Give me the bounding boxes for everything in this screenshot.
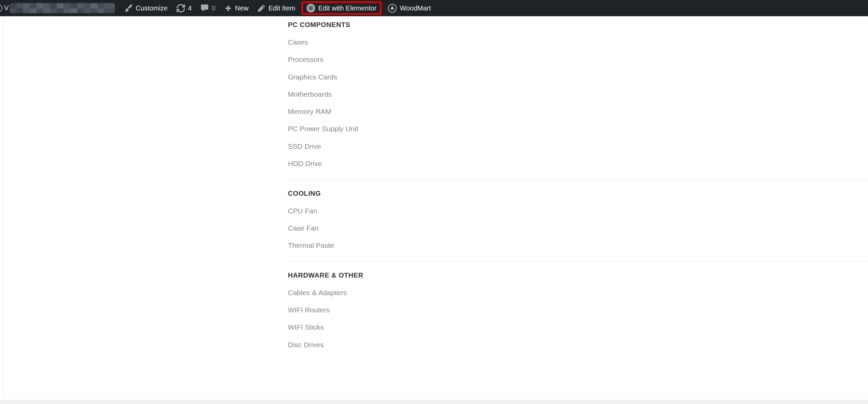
edit-with-elementor-label: Edit with Elementor [318, 4, 376, 12]
section-divider [288, 261, 868, 261]
category-link[interactable]: WIFI Sticks [288, 319, 868, 336]
comments-menu-item[interactable]: 0 [196, 0, 220, 16]
category-link[interactable]: Memory RAM [288, 103, 868, 120]
category-link[interactable]: PC Power Supply Unit [288, 120, 868, 138]
pencil-icon [257, 4, 266, 12]
category-link[interactable]: HDD Drive [288, 155, 868, 172]
comment-bubble-icon [201, 4, 209, 12]
category-section-title[interactable]: COOLING [288, 185, 868, 202]
section-divider [288, 179, 868, 180]
site-name-initial: V [4, 4, 9, 12]
woodmart-label: WoodMart [400, 4, 431, 12]
category-link[interactable]: Cables & Adapters [288, 284, 868, 301]
elementor-icon [306, 4, 315, 13]
red-highlight-annotation: Edit with Elementor [301, 1, 382, 15]
category-link[interactable]: Cases [288, 33, 868, 51]
category-list-panel: PC COMPONENTSCasesProcessorsGraphics Car… [0, 16, 868, 400]
category-section-title[interactable]: PC COMPONENTS [288, 16, 868, 33]
site-name-link[interactable]: V [4, 0, 115, 16]
new-menu-item[interactable]: New [220, 0, 253, 16]
brush-icon [124, 4, 133, 13]
category-link[interactable]: Disc Drives [288, 336, 868, 353]
edit-item-label: Edit Item [269, 4, 295, 12]
category-sections: PC COMPONENTSCasesProcessorsGraphics Car… [288, 16, 868, 353]
wp-admin-bar: V Customize 4 0 [0, 0, 868, 16]
category-section-title[interactable]: HARDWARE & OTHER [288, 267, 868, 284]
category-link[interactable]: CPU Fan [288, 202, 868, 219]
woodmart-menu-item[interactable]: WoodMart [383, 0, 435, 16]
page-left-border [3, 16, 3, 400]
site-name-censor-blur [9, 2, 115, 14]
updates-count: 4 [188, 4, 192, 12]
plus-icon [224, 4, 232, 12]
customize-menu-item[interactable]: Customize [120, 0, 172, 16]
edit-with-elementor-button[interactable]: Edit with Elementor [303, 3, 380, 13]
category-link[interactable]: WIFI Routers [288, 301, 868, 318]
page-bottom-strip [0, 400, 868, 404]
category-link[interactable]: Case Fan [288, 219, 868, 237]
woodmart-icon [388, 4, 397, 13]
category-link[interactable]: Processors [288, 51, 868, 68]
updates-menu-item[interactable]: 4 [172, 0, 196, 16]
comments-count: 0 [212, 4, 215, 12]
update-refresh-icon [177, 4, 185, 13]
customize-label: Customize [136, 4, 167, 12]
category-link[interactable]: SSD Drive [288, 138, 868, 155]
category-link[interactable]: Motherboards [288, 86, 868, 103]
category-link[interactable]: Graphics Cards [288, 68, 868, 86]
edit-item-menu-item[interactable]: Edit Item [253, 0, 300, 16]
wordpress-logo-icon[interactable] [0, 3, 3, 13]
new-label: New [235, 4, 249, 12]
category-link[interactable]: Thermal Paste [288, 237, 868, 254]
